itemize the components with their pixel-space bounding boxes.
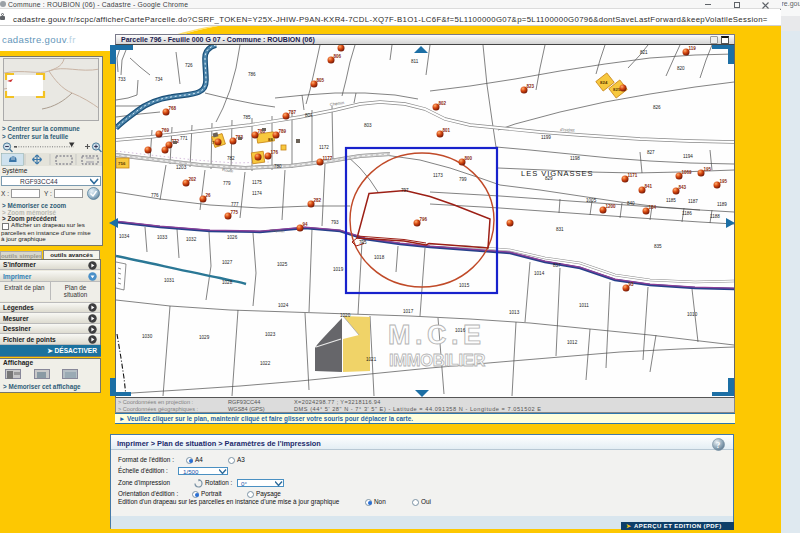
svg-text:d'Isidret: d'Isidret	[560, 127, 576, 133]
svg-text:1015: 1015	[459, 283, 470, 288]
svg-text:1032: 1032	[186, 237, 197, 242]
svg-text:811: 811	[411, 59, 419, 64]
svg-text:1174: 1174	[252, 191, 262, 196]
svg-text:88: 88	[268, 137, 273, 142]
svg-text:804: 804	[305, 113, 313, 118]
svg-text:796: 796	[420, 217, 428, 222]
svg-text:1172: 1172	[319, 145, 329, 150]
svg-text:202: 202	[189, 177, 197, 182]
svg-text:820: 820	[677, 66, 685, 71]
svg-text:827: 827	[647, 150, 655, 155]
svg-text:840: 840	[627, 201, 635, 206]
svg-text:776: 776	[151, 193, 159, 198]
svg-text:1031: 1031	[164, 278, 175, 283]
svg-text:793: 793	[331, 220, 339, 225]
svg-text:831: 831	[556, 227, 564, 232]
svg-text:1010: 1010	[687, 312, 698, 317]
svg-text:176: 176	[271, 150, 279, 155]
svg-text:1171: 1171	[628, 173, 638, 178]
svg-text:1069: 1069	[682, 170, 693, 175]
svg-text:1186: 1186	[682, 211, 692, 216]
svg-text:771: 771	[180, 136, 188, 141]
svg-text:1023: 1023	[265, 332, 276, 337]
svg-text:1024: 1024	[278, 303, 289, 308]
svg-text:821: 821	[640, 50, 648, 55]
svg-text:733: 733	[118, 77, 126, 82]
svg-text:1013: 1013	[509, 310, 520, 315]
svg-text:1173: 1173	[433, 173, 443, 178]
svg-text:195: 195	[720, 179, 728, 184]
svg-text:1189: 1189	[717, 202, 727, 207]
svg-text:799: 799	[459, 177, 467, 182]
svg-text:782: 782	[227, 156, 235, 161]
svg-text:1005: 1005	[586, 198, 597, 203]
svg-text:93: 93	[629, 282, 635, 287]
svg-text:1200: 1200	[606, 204, 617, 209]
svg-text:1014: 1014	[534, 271, 545, 276]
svg-text:1188: 1188	[710, 214, 720, 219]
svg-text:195: 195	[704, 167, 712, 172]
svg-text:805: 805	[317, 78, 325, 83]
svg-text:94: 94	[303, 222, 309, 227]
svg-text:1026: 1026	[227, 235, 238, 240]
svg-text:726: 726	[185, 63, 193, 68]
svg-text:1187: 1187	[688, 199, 698, 204]
svg-text:1177: 1177	[323, 156, 333, 161]
svg-text:843: 843	[679, 185, 687, 190]
svg-text:1018: 1018	[374, 255, 385, 260]
svg-text:119: 119	[689, 46, 697, 51]
svg-text:768: 768	[169, 106, 177, 111]
svg-text:777: 777	[231, 202, 239, 207]
svg-text:1025: 1025	[277, 262, 288, 267]
svg-text:Route: Route	[222, 167, 234, 174]
svg-text:184: 184	[649, 205, 657, 210]
svg-text:1175: 1175	[252, 180, 262, 185]
svg-text:780: 780	[274, 164, 282, 169]
svg-text:Chemin: Chemin	[329, 100, 345, 107]
svg-text:?: ?	[716, 440, 720, 450]
svg-text:823: 823	[527, 84, 535, 89]
svg-text:1022: 1022	[260, 361, 271, 366]
svg-text:M.C.E: M.C.E	[388, 320, 486, 350]
svg-text:1029: 1029	[199, 335, 210, 340]
svg-text:1199: 1199	[541, 135, 551, 140]
svg-text:785: 785	[243, 115, 251, 120]
svg-text:787: 787	[289, 110, 297, 115]
svg-text:775: 775	[231, 210, 239, 215]
svg-text:1021: 1021	[366, 357, 377, 362]
svg-text:LES VIGNASSES: LES VIGNASSES	[521, 169, 594, 178]
svg-text:824: 824	[600, 80, 608, 85]
svg-text:1020: 1020	[340, 313, 351, 318]
svg-text:835: 835	[654, 244, 662, 249]
svg-text:1185: 1185	[666, 198, 676, 203]
svg-text:1030: 1030	[142, 334, 153, 339]
svg-text:800: 800	[465, 156, 473, 161]
svg-text:1012: 1012	[567, 340, 578, 345]
svg-text:1033: 1033	[157, 235, 168, 240]
svg-text:1019: 1019	[333, 267, 344, 272]
svg-text:797: 797	[401, 188, 409, 193]
svg-text:1198: 1198	[570, 156, 580, 161]
svg-text:1017: 1017	[403, 309, 414, 314]
svg-text:779: 779	[223, 181, 231, 186]
svg-text:829: 829	[545, 176, 553, 181]
svg-text:1011: 1011	[579, 303, 589, 308]
svg-text:837: 837	[553, 263, 561, 268]
svg-text:1028: 1028	[222, 280, 233, 285]
svg-text:756: 756	[118, 161, 126, 166]
svg-text:806: 806	[334, 54, 342, 59]
svg-text:IMMOBILIER: IMMOBILIER	[389, 351, 485, 369]
svg-text:801: 801	[443, 128, 451, 133]
svg-text:282: 282	[314, 198, 322, 203]
svg-text:795: 795	[359, 240, 367, 245]
svg-text:789: 789	[279, 129, 287, 134]
svg-text:803: 803	[364, 123, 372, 128]
svg-text:786: 786	[248, 72, 256, 77]
svg-text:734: 734	[155, 77, 163, 82]
svg-text:1203: 1203	[176, 165, 187, 170]
svg-text:1034: 1034	[119, 234, 130, 239]
svg-text:802: 802	[439, 101, 447, 106]
svg-text:841: 841	[645, 184, 653, 189]
svg-text:1016: 1016	[455, 328, 466, 333]
svg-text:1027: 1027	[222, 260, 233, 265]
